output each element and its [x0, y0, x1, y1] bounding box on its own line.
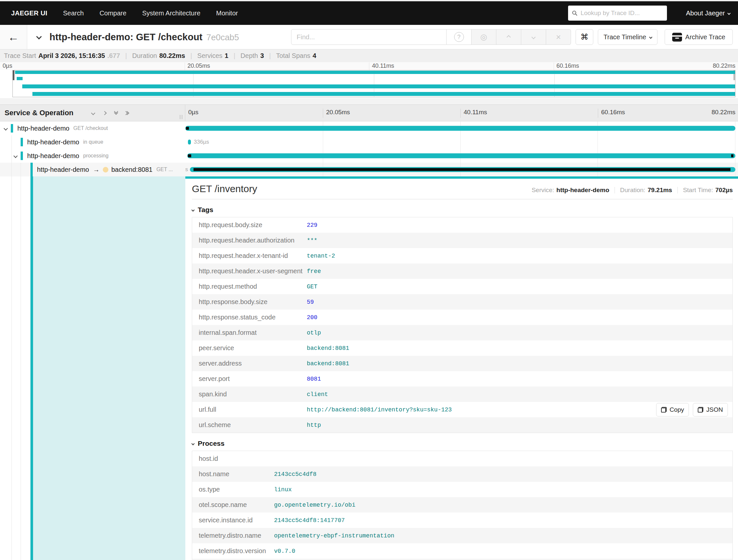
nav-item-system-architecture[interactable]: System Architecture	[142, 9, 201, 17]
span-bar[interactable]	[187, 153, 735, 158]
arrow-right-icon: →	[93, 166, 99, 173]
find-clear-button[interactable]: ×	[546, 29, 571, 45]
chevron-up-icon	[506, 35, 511, 39]
span-detail-meta: Service:http-header-demo Duration:79.21m…	[532, 186, 733, 194]
archive-trace-button[interactable]: Archive Trace	[665, 29, 733, 45]
ruler-tick: 20.05ms	[184, 62, 210, 70]
span-service: http-header-demo	[27, 138, 79, 146]
span-bar[interactable]	[188, 140, 191, 145]
child-time-mark	[188, 154, 191, 157]
minimap-viewport[interactable]	[12, 70, 735, 97]
process-section-toggle[interactable]: Process	[192, 440, 733, 447]
span-detail-region: GET /inventory Service:http-header-demo …	[0, 176, 738, 560]
span-service: http-header-demo	[27, 152, 79, 160]
tag-row: http.response.body.size 59 Copy JSON	[192, 294, 732, 310]
tag-key: http.response.body.size	[192, 298, 307, 306]
trace-toolbar: ← http-header-demo: GET /checkout7e0cab5…	[0, 25, 738, 49]
tag-row: http.response.status_code 200 Copy JSON	[192, 310, 732, 325]
service-color-bar	[21, 138, 23, 146]
process-row: service.instance.id 2143cc5c4df8:1417707	[192, 513, 732, 528]
process-key: service.instance.id	[192, 516, 274, 524]
span-row-in-queue[interactable]: http-header-demo in queue 336µs	[0, 135, 738, 149]
nav-item-search[interactable]: Search	[63, 9, 84, 17]
find-next-button[interactable]	[521, 29, 546, 45]
tag-row: peer.service backend:8081 Copy JSON	[192, 341, 732, 356]
chevron-down-icon[interactable]	[14, 154, 17, 157]
tag-key: http.request.header.authorization	[192, 236, 307, 244]
copy-value-button[interactable]: Copy	[656, 403, 689, 416]
back-button[interactable]: ←	[0, 25, 27, 49]
service-operation-title: Service & Operation	[5, 109, 73, 117]
nav-item-compare[interactable]: Compare	[99, 9, 126, 17]
span-bar-cell[interactable]	[185, 149, 735, 163]
trace-id-lookup-input[interactable]	[581, 9, 663, 17]
ruler-tick: 40.11ms	[369, 62, 394, 70]
span-bar-cell[interactable]: 79.21ms	[185, 163, 735, 176]
span-bar[interactable]	[185, 126, 735, 131]
tag-row: internal.span.format otlp Copy JSON	[192, 325, 732, 341]
span-bar-cell[interactable]	[185, 121, 735, 135]
clipped-table-row	[192, 559, 732, 560]
expand-one-icon[interactable]	[103, 112, 106, 114]
timeline-tick: 20.05ms	[323, 109, 350, 118]
tag-key: internal.span.format	[192, 329, 307, 337]
column-resizer[interactable]	[180, 115, 182, 119]
jaeger-trace-page: JAEGER UI Search Compare System Architec…	[0, 0, 738, 560]
ruler-tick: 80.22ms	[713, 62, 735, 70]
tag-value: client	[307, 391, 328, 398]
span-bar-cell[interactable]: 336µs	[185, 135, 735, 149]
minimap-left-scrubber[interactable]	[13, 70, 14, 80]
tag-value: 229	[307, 222, 317, 228]
about-jaeger-menu[interactable]: About Jaeger	[686, 9, 730, 17]
tags-section-toggle[interactable]: Tags	[192, 206, 733, 214]
timeline-ticks-header: 0µs 20.05ms 40.11ms 60.16ms 80.22ms	[185, 105, 735, 121]
timeline-tick: 40.11ms	[460, 109, 487, 118]
nav-item-monitor[interactable]: Monitor	[216, 9, 238, 17]
process-value: opentelemetry-ebpf-instrumentation	[274, 533, 394, 539]
chevron-down-icon	[36, 34, 42, 40]
find-input[interactable]	[291, 29, 447, 45]
tag-value: tenant-2	[307, 253, 335, 259]
span-service: http-header-demo	[17, 125, 69, 132]
trace-collapse-toggle[interactable]	[37, 34, 41, 40]
tag-key: server.port	[192, 375, 307, 383]
find-help-button[interactable]: ?	[447, 29, 471, 45]
minimap-span-bar	[17, 77, 23, 80]
tag-row: http.request.header.x-tenant-id tenant-2…	[192, 248, 732, 263]
collapse-one-icon[interactable]	[92, 112, 95, 114]
chevron-down-icon[interactable]	[4, 127, 7, 130]
trace-total-spans: Total Spans4	[276, 52, 316, 60]
minimap-span-bar	[15, 71, 735, 74]
span-duration-label: 336µs	[194, 139, 209, 145]
process-value: linux	[274, 486, 292, 493]
trace-id-lookup[interactable]	[568, 6, 667, 21]
minimap-span-bar	[32, 92, 735, 96]
child-time-mark	[194, 168, 730, 171]
minimap-span-bar	[22, 84, 735, 88]
tag-value: free	[307, 268, 321, 274]
span-row-backend-call[interactable]: http-header-demo → backend:8081 GET ... …	[0, 163, 738, 176]
trace-depth: Depth3	[241, 52, 264, 60]
keyboard-shortcuts-button[interactable]: ⌘	[576, 29, 593, 45]
process-key: host.id	[192, 455, 274, 463]
collapse-all-icon[interactable]	[114, 112, 117, 114]
tag-key: url.scheme	[192, 421, 307, 429]
trace-minimap[interactable]	[0, 70, 738, 98]
find-prev-button[interactable]	[496, 29, 521, 45]
process-row: os.type linux	[192, 482, 732, 497]
find-focus-button[interactable]: ◎	[471, 29, 496, 45]
process-key: telemetry.distro.name	[192, 532, 274, 539]
trace-summary-bar: Trace StartApril 3 2026, 15:16:35.677 | …	[0, 49, 738, 62]
tag-value: http	[307, 422, 321, 429]
process-row: host.id	[192, 451, 732, 466]
span-row-checkout[interactable]: http-header-demo GET /checkout	[0, 121, 738, 135]
span-row-processing[interactable]: http-header-demo processing	[0, 149, 738, 163]
process-row: otel.scope.name go.opentelemetry.io/obi	[192, 497, 732, 513]
expand-all-icon[interactable]	[126, 112, 129, 114]
tags-table: http.request.body.size 229 Copy JSON htt…	[192, 217, 733, 433]
timeline-tick: 0µs	[185, 109, 199, 118]
tag-value: ***	[307, 237, 317, 244]
trace-view-select[interactable]: Trace Timeline	[598, 29, 658, 45]
process-table: host.id host.name 2143cc5c4df8 os.type l…	[192, 451, 733, 560]
copy-json-button[interactable]: JSON	[693, 403, 728, 416]
